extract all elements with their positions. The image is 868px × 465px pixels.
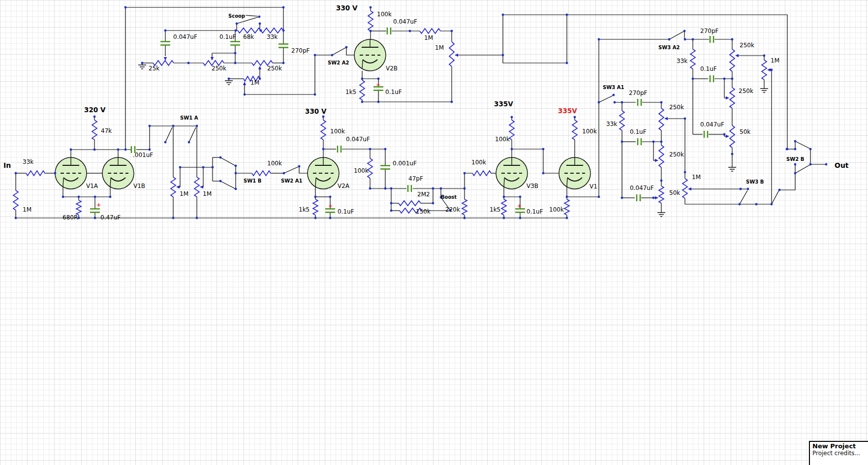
schematic-editor-canvas[interactable]: Scoop0.047uF0.1uF68k33k270pF25k250k250k1…	[0, 0, 868, 465]
resistor[interactable]	[13, 190, 18, 210]
resistor[interactable]	[194, 177, 199, 197]
resistor[interactable]	[472, 171, 491, 176]
wire	[465, 173, 472, 188]
resistor[interactable]	[76, 200, 81, 215]
resistor[interactable]	[730, 125, 735, 148]
switch-lever[interactable]	[740, 190, 747, 204]
junction-dot	[94, 217, 96, 219]
junction-dot	[331, 54, 334, 57]
component-value-label: 2M2	[417, 191, 430, 198]
junction-dot	[141, 62, 144, 64]
switch-lever[interactable]	[220, 157, 235, 165]
resistor[interactable]	[659, 108, 664, 130]
component-value-label: 100k	[354, 167, 369, 174]
resistor[interactable]	[399, 201, 421, 206]
potentiometer-wiper-arrow	[767, 68, 771, 71]
junction-dot	[283, 172, 285, 175]
resistor[interactable]	[462, 199, 467, 215]
component-value-label: 33k	[23, 158, 33, 165]
polarity-plus-label: +	[376, 82, 380, 88]
resistor[interactable]	[501, 199, 506, 215]
resistor[interactable]	[420, 29, 440, 33]
resistor[interactable]	[762, 60, 767, 80]
component-value-label: 100k	[267, 160, 282, 167]
wire	[739, 56, 764, 60]
potentiometer-wiper-arrow	[664, 117, 668, 120]
component-value-label: V1	[589, 183, 597, 190]
component-value-label: 150k	[416, 208, 431, 215]
junction-dot	[652, 197, 655, 199]
component-value-label: 0.1uF	[700, 65, 717, 72]
resistor[interactable]	[321, 120, 326, 140]
junction-dot	[94, 196, 96, 198]
switch-lever[interactable]	[795, 141, 810, 149]
junction-dot	[329, 196, 332, 198]
switch-lever[interactable]	[332, 47, 346, 55]
switch-lever[interactable]	[284, 167, 298, 173]
switch-label: SW2 A1	[281, 178, 302, 184]
junction-dot	[234, 52, 237, 55]
component-value-label: 47k	[101, 127, 112, 134]
component-value-label: 100k	[495, 136, 510, 143]
junction-dot	[228, 78, 230, 80]
resistor[interactable]	[690, 49, 695, 69]
switch-lever[interactable]	[772, 190, 779, 204]
junction-dot	[282, 62, 285, 64]
junction-dot	[234, 62, 237, 64]
junction-dot	[196, 217, 198, 219]
junction-dot	[660, 101, 663, 104]
resistor[interactable]	[659, 186, 664, 203]
resistor[interactable]	[620, 111, 624, 130]
junction-dot	[314, 217, 317, 219]
component-value-label: 1k5	[490, 206, 500, 213]
switch-lever[interactable]	[669, 31, 683, 39]
resistor[interactable]	[238, 28, 261, 33]
resistor[interactable]	[730, 49, 735, 71]
resistor[interactable]	[564, 199, 569, 215]
resistor[interactable]	[730, 88, 735, 108]
component-value-label: 100k	[471, 159, 486, 166]
junction-dot	[384, 148, 387, 151]
resistor[interactable]	[509, 120, 514, 140]
resistor[interactable]	[171, 177, 176, 197]
switch-lever[interactable]	[220, 181, 235, 188]
component-value-label: 100k	[549, 206, 564, 213]
resistor[interactable]	[449, 42, 454, 66]
junction-dot	[763, 55, 766, 57]
component-value-label: 0.47uF	[100, 214, 121, 221]
junction-dot	[259, 23, 261, 25]
junction-dot	[62, 196, 64, 198]
switch-lever[interactable]	[189, 127, 196, 142]
component-value-label: 1M	[435, 44, 444, 51]
voltage-label: 335V	[494, 100, 513, 108]
junction-dot	[164, 30, 167, 32]
junction-dot	[684, 38, 686, 41]
junction-dot	[652, 141, 655, 143]
switch-lever[interactable]	[599, 95, 613, 102]
junction-dot	[235, 172, 237, 175]
project-credits-link[interactable]: Project credits...	[812, 450, 868, 457]
resistor[interactable]	[92, 120, 97, 140]
resistor[interactable]	[313, 199, 318, 215]
resistor[interactable]	[26, 171, 45, 176]
wire	[779, 173, 795, 190]
switch-lever[interactable]	[795, 165, 810, 173]
switch-label: SW2 B	[786, 156, 804, 162]
resistor[interactable]	[261, 28, 283, 33]
voltage-label: 330 V	[305, 107, 327, 115]
component-value-label: V1A	[86, 183, 98, 189]
component-value-label: 50k	[740, 128, 750, 135]
switch-lever[interactable]	[165, 127, 172, 142]
resistor[interactable]	[659, 145, 664, 167]
component-value-label: V2A	[338, 183, 350, 189]
resistor[interactable]	[360, 80, 365, 100]
resistor[interactable]	[682, 179, 687, 198]
resistor[interactable]	[572, 120, 577, 140]
component-value-label: 100k	[377, 11, 392, 18]
component-value-label: 0.047uF	[630, 185, 654, 191]
junction-dot	[93, 149, 96, 151]
resistor[interactable]	[368, 11, 373, 31]
new-project-button[interactable]: New Project	[812, 442, 868, 450]
resistor[interactable]	[252, 171, 271, 176]
potentiometer-wiper-arrow	[455, 54, 458, 57]
